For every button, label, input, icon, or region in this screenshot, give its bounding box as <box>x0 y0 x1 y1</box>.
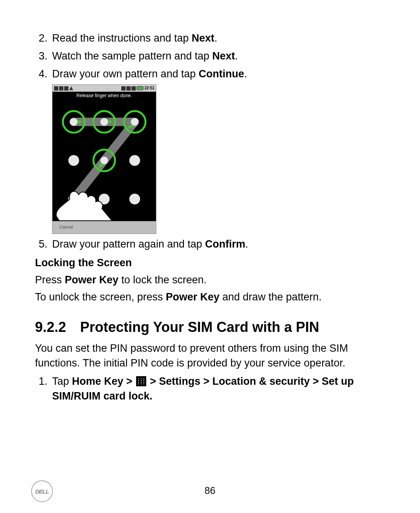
apps-grid-icon <box>136 376 146 386</box>
list-body: Watch the sample pattern and tap Next. <box>52 49 385 64</box>
text: to lock the screen. <box>119 274 207 286</box>
status-right-icons: 22:51 <box>121 86 154 91</box>
list-number: 3. <box>35 49 52 64</box>
text: Tap <box>52 375 72 387</box>
paragraph: Press Power Key to lock the screen. <box>35 273 385 288</box>
text: . <box>244 68 247 80</box>
list-number: 1. <box>35 374 52 404</box>
battery-icon <box>136 86 144 90</box>
list-number: 2. <box>35 31 52 46</box>
section-number: 9.2.2 <box>35 318 66 337</box>
text: and draw the pattern. <box>219 291 322 303</box>
bold-text: Next <box>192 32 215 44</box>
status-icon <box>59 86 63 91</box>
bold-text: Next <box>212 50 235 62</box>
list-body: Tap Home Key > > Settings > Location & s… <box>52 374 385 404</box>
pattern-svg <box>52 101 156 220</box>
svg-point-13 <box>130 155 140 166</box>
status-time: 22:51 <box>144 86 154 91</box>
text: Draw your pattern again and tap <box>52 238 205 250</box>
text: To unlock the screen, press <box>35 291 166 303</box>
list-body: Read the instructions and tap Next. <box>52 31 385 46</box>
phone-bottom-bar: Cancel <box>52 221 156 234</box>
status-left-icons <box>54 86 73 91</box>
svg-point-11 <box>100 157 108 164</box>
text: . <box>214 32 217 44</box>
list-number: 4. <box>35 67 52 82</box>
bold-text: Power Key <box>166 291 219 303</box>
subheading-locking-screen: Locking the Screen <box>35 256 385 270</box>
bold-text: Confirm <box>205 238 245 250</box>
status-icon <box>54 86 58 91</box>
list-body: Draw your pattern again and tap Confirm. <box>52 237 385 252</box>
svg-point-1 <box>70 118 78 126</box>
phone-hint-text: Release finger when done. <box>52 92 156 101</box>
phone-status-bar: 22:51 <box>52 85 156 92</box>
svg-point-9 <box>68 155 79 166</box>
phone-screenshot: 22:51 Release finger when done. <box>52 84 156 234</box>
svg-point-7 <box>131 118 138 126</box>
text: Press <box>35 274 65 286</box>
pin-step-1: 1. Tap Home Key > > Settings > Location … <box>35 374 385 404</box>
text: Read the instructions and tap <box>52 32 192 44</box>
text: Draw your own pattern and tap <box>52 68 199 80</box>
list-number: 5. <box>35 237 52 252</box>
text: . <box>235 50 238 62</box>
status-icon <box>126 86 131 91</box>
svg-point-16 <box>130 194 140 204</box>
list-body: Draw your own pattern and tap Continue. <box>52 67 385 82</box>
bold-text: Home Key > <box>72 375 135 387</box>
step-4: 4. Draw your own pattern and tap Continu… <box>35 67 385 82</box>
pattern-grid <box>52 101 156 221</box>
signal-icon <box>131 86 136 91</box>
svg-point-4 <box>100 118 108 126</box>
step-3: 3. Watch the sample pattern and tap Next… <box>35 49 385 64</box>
bluetooth-icon <box>121 86 126 91</box>
status-icon <box>64 86 68 91</box>
section-title: Protecting Your SIM Card with a PIN <box>80 318 319 337</box>
text: . <box>245 238 248 250</box>
text: Watch the sample pattern and tap <box>52 50 212 62</box>
step-2: 2. Read the instructions and tap Next. <box>35 31 385 46</box>
section-heading: 9.2.2 Protecting Your SIM Card with a PI… <box>35 318 385 337</box>
cancel-button-label: Cancel <box>60 224 73 230</box>
step-5: 5. Draw your pattern again and tap Confi… <box>35 237 385 252</box>
bold-text: Continue <box>199 68 244 80</box>
paragraph: To unlock the screen, press Power Key an… <box>35 290 385 305</box>
page-number: 86 <box>0 484 420 497</box>
section-intro-paragraph: You can set the PIN password to prevent … <box>35 341 385 371</box>
bold-text: Power Key <box>65 274 119 286</box>
warning-icon <box>69 86 73 90</box>
